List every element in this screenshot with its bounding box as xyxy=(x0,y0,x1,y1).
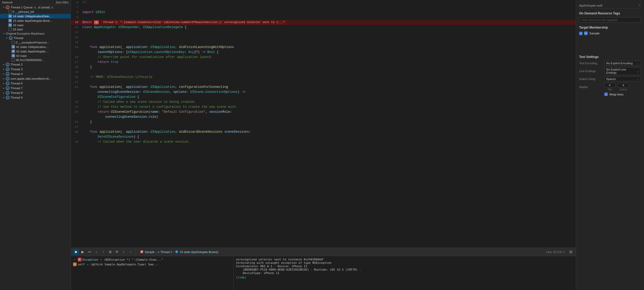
warning-icon: ⚠ xyxy=(51,6,54,9)
sidebar-item-frame15[interactable]: A 15 static AppDelegate.$mai... xyxy=(0,18,71,23)
variable-self[interactable]: A self = (@thick Sample.AppDelegate.Type… xyxy=(72,262,232,267)
sidebar-item-thread-orig[interactable]: ▾ ● Thread xyxy=(0,36,71,40)
toolbar-separator xyxy=(136,250,136,254)
text-encoding-field[interactable]: No Explicit Encoding ⌄ xyxy=(604,61,641,66)
breadcrumb-thread[interactable]: Thread 1 xyxy=(160,250,172,254)
line-endings-arrow[interactable]: ⌄ xyxy=(637,70,639,73)
widths-label: Widths xyxy=(579,85,603,89)
view-button[interactable]: ↕ xyxy=(121,249,127,255)
continue-button[interactable]: ▶ xyxy=(80,249,86,255)
breadcrumb-project[interactable]: Sample xyxy=(145,250,154,254)
sidebar-item-orig-exc[interactable]: ▾ Original Exception Backtrace xyxy=(0,31,71,36)
layout-button[interactable]: ⊟ xyxy=(568,249,574,255)
wrap-lines-checkbox[interactable]: ✓ xyxy=(604,93,608,96)
sidebar-item-thread7[interactable]: ▸ ● Thread 7 xyxy=(0,86,71,90)
person-icon: A xyxy=(12,50,15,53)
sidebar-item-label: Thread 4 xyxy=(11,72,23,76)
code-line: 25 return UISceneConfiguration(name: "De… xyxy=(71,110,576,115)
thread-icon: ● xyxy=(6,67,9,71)
sidebar-item-label: Original Exception Backtrace xyxy=(6,32,45,35)
network-header: Network Zero KB/s xyxy=(0,0,71,5)
sidebar-item-frame14[interactable]: A 14 static UIApplicationDele... xyxy=(0,14,71,18)
indent-width-input[interactable]: 4 xyxy=(617,83,629,88)
file-path: AppDelegate.swift xyxy=(579,4,603,7)
sidebar-item-thread4[interactable]: ▸ ● Thread 4 xyxy=(0,72,71,76)
thread-icon-small: ● xyxy=(158,250,159,254)
sidebar-item-thread5[interactable]: ▸ ● com.apple.uikit.eventfetch-th... xyxy=(0,76,71,81)
close-tab-button[interactable]: ✕ xyxy=(638,4,641,7)
sidebar-item-label: 14 static UIApplicationDele... xyxy=(13,15,51,18)
lldb-prompt[interactable]: (lldb) xyxy=(236,276,574,279)
tab-width-input[interactable]: 4 xyxy=(604,83,615,88)
sidebar-item-orig-frame42[interactable]: A 42 static AppDelegate.... xyxy=(0,49,71,53)
breadcrumb: 🎯 Sample › ● Thread 1 › 🔷 15 static AppD… xyxy=(138,250,545,254)
sidebar-item-label: Thread 9 xyxy=(11,96,23,99)
target-name: Sample xyxy=(589,32,600,35)
step-into-button[interactable]: ↓ xyxy=(94,249,99,255)
chevron-right-icon: ▸ xyxy=(2,77,5,80)
project-icon: 🎯 xyxy=(140,250,144,254)
sidebar-item-frame18[interactable]: 18 start xyxy=(0,27,71,31)
text-encoding-arrow[interactable]: ⌄ xyxy=(637,62,639,65)
sidebar-item-orig-frame41[interactable]: A 41 static UIApplication... xyxy=(0,45,71,49)
sidebar-item-orig-frame46[interactable]: 46 0x17600000000... xyxy=(0,58,71,62)
debug-button[interactable]: ⟳ xyxy=(114,249,120,255)
person-icon: A xyxy=(8,14,12,18)
console-panel[interactable]: unrecognized selector sent to instance 0… xyxy=(234,256,576,290)
chevron-right-icon: ▸ xyxy=(2,72,5,76)
code-line: Set<UISceneSession>) { xyxy=(71,135,576,139)
code-line: 20 // MARK: UISceneSession Lifecycle xyxy=(71,75,576,80)
person-icon: A xyxy=(8,23,12,27)
sidebar-item-label: Thread 7 xyxy=(11,87,23,90)
chevron-down-icon: ▾ xyxy=(2,32,5,35)
sidebar-item-label: com.apple.uikit.eventfetch-th... xyxy=(11,77,51,80)
right-panel: AppDelegate.swift ✕ On Demand Resource T… xyxy=(576,0,644,290)
sidebar-item-thread2[interactable]: ▸ ● Thread 2 xyxy=(0,62,71,67)
sidebar-item-label: Thread 1 Queue: c...d (serial) xyxy=(11,6,50,9)
error-banner: Thread 1: "-[Sample.ViewController table… xyxy=(101,20,287,25)
sidebar-item-label: 0 __exceptionPreproce... xyxy=(16,41,49,44)
sidebar-item-thread8[interactable]: ▸ ● Thread 8 xyxy=(0,90,71,95)
exception-icon: E xyxy=(78,258,81,261)
code-line: 22 func application(_ application: UIApp… xyxy=(71,85,576,90)
indent-using-arrow[interactable]: ⌄ xyxy=(637,78,639,80)
sidebar-item-frame0[interactable]: 0 __pthread_kill xyxy=(0,10,71,14)
sidebar-item-thread1[interactable]: ▾ ● Thread 1 Queue: c...d (serial) ⚠ xyxy=(0,5,71,10)
sidebar-item-thread9[interactable]: ▸ ● Thread 9 xyxy=(0,95,71,100)
sidebar-item-thread3[interactable]: ▸ ● Thread 3 xyxy=(0,67,71,72)
sidebar-item-thread6[interactable]: ▸ ● Thread 6 xyxy=(0,81,71,86)
target-checkbox[interactable]: ✓ xyxy=(579,32,583,35)
thread-icon: ● xyxy=(6,77,9,80)
breakpoint-button[interactable]: ⧉ xyxy=(107,249,113,255)
chevron-right-icon: ▸ xyxy=(2,68,5,71)
breadcrumb-frame[interactable]: 15 static AppDelegate.$main() xyxy=(180,250,218,254)
line-endings-row: Line Endings No Explicit Line Endings ⌄ xyxy=(579,67,641,75)
network-speed: Zero KB/s xyxy=(56,1,69,4)
app-icon: A xyxy=(584,31,588,35)
sidebar-item-label: 43 main xyxy=(16,54,27,57)
sidebar: Network Zero KB/s ▾ ● Thread 1 Queue: c.… xyxy=(0,0,71,290)
step-out-button[interactable]: ↑ xyxy=(100,249,106,255)
stop-button[interactable]: ■ xyxy=(73,249,79,255)
code-line: connectingSceneSession: UISceneSession, … xyxy=(71,90,576,95)
sidebar-item-orig-frame0[interactable]: 0 __exceptionPreproce... xyxy=(0,40,71,45)
text-encoding-row: Text Encoding No Explicit Encoding ⌄ xyxy=(579,61,641,66)
sidebar-item-label: Thread 2 xyxy=(11,63,23,66)
location-button[interactable]: → xyxy=(128,249,133,255)
sidebar-item-label: Thread 3 xyxy=(11,68,23,71)
step-over-button[interactable]: ↩ xyxy=(87,249,92,255)
indent-using-label: Indent Using xyxy=(579,77,603,80)
code-editor[interactable]: 6 // 7 8 import UIKit 9 10 @main ≡ Threa… xyxy=(71,0,576,248)
sidebar-item-label: 0 __pthread_kill xyxy=(13,10,34,13)
line-endings-field[interactable]: No Explicit Line Endings ⌄ xyxy=(604,67,641,75)
sidebar-item-orig-frame43[interactable]: A 43 main xyxy=(0,53,71,58)
variable-exception[interactable]: ▸ E Exception = (NSException *) "-[Sampl… xyxy=(72,257,232,262)
self-icon: A xyxy=(73,262,77,266)
sidebar-item-frame16[interactable]: A 16 main xyxy=(0,23,71,27)
thread-icon: ● xyxy=(9,36,13,40)
network-label: Network xyxy=(2,1,13,4)
code-line: 26 } xyxy=(71,120,576,125)
on-demand-input[interactable]: Only resources are taggable xyxy=(579,17,641,23)
indent-using-field[interactable]: Spaces ⌄ xyxy=(604,77,641,81)
code-line: connectingSceneSession.role) xyxy=(71,115,576,120)
